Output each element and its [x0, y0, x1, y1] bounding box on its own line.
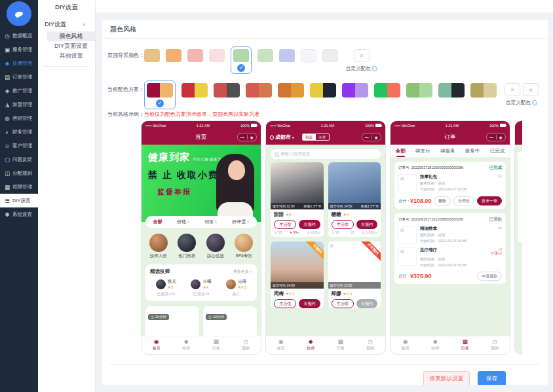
filter-1[interactable]: 价格⇅ [177, 219, 189, 225]
sidebar-item-system[interactable]: ✱系统设置 [0, 207, 38, 221]
view-more-link[interactable]: 查看更多 > [233, 269, 252, 275]
phone-tab-3[interactable]: ◷我的 [356, 336, 386, 354]
technician-card-3[interactable]: ⊠不可预约最早可约 15:30郑娜★4.0生活馆去预约 [328, 241, 381, 308]
book-button[interactable]: 去预约 [356, 299, 377, 308]
phone-tab-3[interactable]: ◷我的 [480, 336, 510, 354]
technician-card-1[interactable]: 最早可约 14:50距离1.5千米糖糖★4生活馆去预约◷ 16♡ 20◎ 1.8… [328, 162, 381, 237]
phone-tab-2[interactable]: ▦订单 [326, 336, 356, 354]
book-button[interactable]: 去预约 [356, 220, 377, 229]
submenu-item-diy-page[interactable]: DIY页面设置 [47, 41, 95, 51]
phone-tab-0[interactable]: ◉首页 [391, 336, 421, 354]
color-scheme-8[interactable] [406, 83, 432, 98]
bg-color-selected[interactable]: ✓ [231, 46, 252, 74]
phone-tab-0[interactable]: ◉首页 [266, 336, 296, 354]
sidebar-item-permission[interactable]: ▦权限管理 [0, 180, 38, 194]
bg-color-swatch-5[interactable] [257, 49, 273, 62]
wechat-capsule[interactable]: ••• ◉ [237, 133, 257, 141]
submenu-group-diy[interactable]: DIY设置 ∨ [38, 16, 95, 31]
sidebar-item-promotion[interactable]: ◈推广管理 [0, 84, 38, 98]
wechat-capsule[interactable]: ••• ◉ [362, 133, 381, 141]
featured-tech-1[interactable]: 小楠★4已服务18 [185, 279, 217, 297]
order-tab-0[interactable]: 全部 [396, 145, 406, 158]
featured-tech-2[interactable]: 沁瑶★4.5新人 [221, 279, 252, 297]
submenu-item-color-style[interactable]: 颜色风格 [47, 31, 95, 41]
sidebar-item-service[interactable]: ▣服务管理 [0, 43, 38, 56]
save-button[interactable]: 保存 [478, 371, 506, 385]
scheme-custom-radio[interactable] [532, 100, 537, 105]
sidebar-item-customer[interactable]: ☺客户管理 [0, 139, 38, 152]
shop-button[interactable]: 生活馆 [332, 299, 354, 308]
category-1[interactable]: 热门推荐 [178, 234, 196, 259]
sidebar-item-order[interactable]: ▤订单管理 [0, 70, 38, 84]
order-tab-2[interactable]: 待服务 [440, 145, 455, 158]
bg-color-none[interactable]: ✕ [354, 49, 370, 62]
order-action-button[interactable]: 申请退款 [477, 272, 502, 281]
color-scheme-0[interactable] [147, 83, 173, 98]
order-action-button[interactable]: 去评价 [453, 196, 474, 205]
filter-0[interactable]: 全部 [153, 219, 162, 225]
bg-color-swatch-0[interactable] [144, 49, 160, 62]
category-0[interactable]: 技师入驻 [149, 234, 168, 259]
bg-color-swatch-3[interactable] [209, 49, 225, 62]
bg-color-swatch-2[interactable] [187, 49, 203, 62]
sidebar-item-dispatch[interactable]: ◫分配规则 [0, 166, 38, 180]
bg-color-swatch-4[interactable] [233, 49, 249, 62]
scheme-selected[interactable]: ✓ [144, 80, 176, 109]
color-scheme-1[interactable] [181, 83, 208, 98]
color-scheme-6[interactable] [342, 83, 368, 98]
featured-tech-0[interactable]: 悦儿★5已服务120 [150, 279, 181, 297]
shop-button[interactable]: 生活馆 [274, 299, 296, 308]
phone-tab-2[interactable]: ▦订单 [201, 336, 231, 354]
city-selector[interactable]: 成都市 ▾ [270, 134, 294, 141]
bg-color-swatch-7[interactable] [301, 49, 316, 62]
color-scheme-4[interactable] [278, 83, 304, 98]
sidebar-item-franchise[interactable]: ◮加盟管理 [0, 98, 38, 111]
sidebar-item-finance[interactable]: ◐财务管理 [0, 125, 38, 139]
bg-color-swatch-6[interactable] [279, 49, 295, 62]
technician-search-input[interactable]: 请输入技师姓名 [271, 149, 381, 159]
sidebar-item-dashboard[interactable]: ◷数据概况 [0, 29, 38, 43]
bg-color-swatch-1[interactable] [166, 49, 181, 62]
submenu-item-other[interactable]: 其他设置 [47, 51, 95, 61]
home-banner[interactable]: 健康到家 专业·正规·健康·安全 禁 止 收取小费 监督举报 [142, 145, 261, 222]
order-action-button[interactable]: 删除 [434, 196, 451, 205]
sidebar-item-feedback[interactable]: ▢问题反馈 [0, 152, 38, 166]
phone-tab-0[interactable]: ◉首页 [142, 336, 172, 354]
filter-2[interactable]: 销量⇅ [204, 219, 217, 225]
color-scheme-9[interactable] [438, 83, 465, 98]
phone-tab-1[interactable]: ☻技师 [172, 336, 202, 354]
color-scheme-5[interactable] [310, 83, 336, 98]
order-card-1[interactable]: 订单号: 20220915171612058000000056已退款⊠精油推拿x… [394, 213, 506, 284]
view-list-button[interactable]: 列表 [303, 134, 316, 140]
shop-button[interactable]: 生活馆 [274, 220, 296, 229]
reset-default-button[interactable]: 恢复默认设置 [423, 371, 470, 385]
view-card-button[interactable]: 卡片 [316, 134, 329, 140]
wechat-capsule[interactable]: ••• ◉ [486, 133, 506, 141]
category-3[interactable]: SPA专区 [235, 234, 253, 259]
order-tab-1[interactable]: 待支付 [415, 145, 430, 158]
order-card-0[interactable]: 订单号: 20220917181200000000000086已完成⊠按摩礼包x… [394, 162, 506, 209]
color-scheme-3[interactable] [246, 83, 272, 98]
filter-3[interactable]: 好评度⇅ [232, 219, 249, 225]
category-2[interactable]: 甜心优选 [206, 234, 225, 259]
phone-tab-3[interactable]: ◷我的 [231, 336, 261, 354]
color-scheme-7[interactable] [374, 83, 400, 98]
technician-card-2[interactable]: 可预约最早可约 14:00周梅★4.5生活馆去预约 [271, 241, 324, 308]
sidebar-item-technician[interactable]: ☻技师管理 [0, 56, 38, 70]
order-tab-4[interactable]: 已完成 [490, 145, 505, 158]
scheme-none-0[interactable]: ✕ [505, 83, 520, 96]
book-button[interactable]: 去预约 [299, 299, 320, 308]
phone-tab-1[interactable]: ☻技师 [296, 336, 326, 354]
sidebar-item-diy[interactable]: ☰DIY设置 [0, 194, 38, 207]
color-scheme-2[interactable] [214, 83, 240, 98]
technician-card-0[interactable]: 最早可约 11:30距离1.3千米甜甜★5生活馆去预约◷ 55♥ 99+◎ 60… [271, 162, 324, 237]
phone-tab-2[interactable]: ▦订单 [450, 336, 480, 354]
bg-custom-radio[interactable] [372, 66, 377, 71]
phone-tab-1[interactable]: ☻技师 [421, 336, 451, 354]
book-button[interactable]: 去预约 [299, 220, 320, 229]
color-scheme-10[interactable] [470, 83, 497, 98]
scheme-none-1[interactable]: ✕ [523, 83, 539, 96]
bg-color-swatch-8[interactable] [322, 49, 338, 62]
order-action-button[interactable]: 再来一单 [477, 196, 502, 205]
sidebar-item-marketing[interactable]: ◍营销管理 [0, 111, 38, 125]
